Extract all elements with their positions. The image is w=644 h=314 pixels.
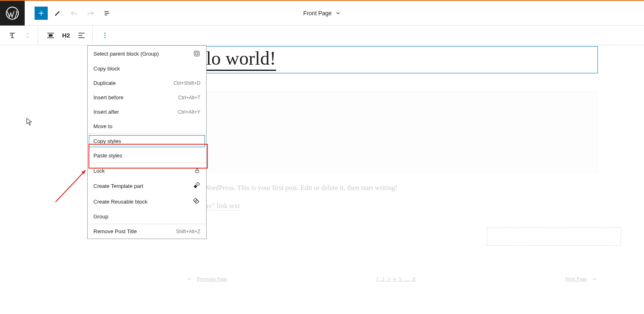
menu-lock[interactable]: Lock xyxy=(88,163,206,178)
svg-rect-5 xyxy=(194,51,199,56)
text-align-button[interactable] xyxy=(74,28,89,43)
text-align-icon xyxy=(77,31,86,40)
page-title-label: Front Page xyxy=(303,10,332,16)
featured-image-placeholder[interactable] xyxy=(186,91,598,172)
menu-insert-before[interactable]: Insert before Ctrl+Alt+T xyxy=(88,90,206,105)
menu-remove[interactable]: Remove Post Title Shift+Alt+Z xyxy=(88,224,206,239)
svg-rect-6 xyxy=(195,52,198,55)
menu-duplicate-shortcut: Ctrl+Shift+D xyxy=(174,80,200,86)
menu-create-template-part[interactable]: Create Template part xyxy=(88,178,206,194)
svg-rect-1 xyxy=(49,34,52,37)
menu-insert-before-label: Insert before xyxy=(93,94,123,101)
menu-copy-block[interactable]: Copy block xyxy=(88,61,206,76)
menu-select-parent-label: Select parent block (Group) xyxy=(93,51,159,57)
redo-icon xyxy=(86,9,95,17)
group-icon xyxy=(193,50,200,57)
menu-create-reusable[interactable]: Create Reusable block xyxy=(88,194,206,209)
menu-lock-label: Lock xyxy=(93,168,105,174)
redo-button[interactable] xyxy=(84,7,97,20)
menu-insert-after-label: Insert after xyxy=(93,109,119,115)
page-numbers[interactable]: 1 2 3 4 5 … 8 xyxy=(376,276,416,282)
menu-move-to-label: Move to xyxy=(93,123,112,129)
svg-rect-10 xyxy=(195,199,199,204)
pencil-icon xyxy=(53,9,62,17)
menu-copy-block-label: Copy block xyxy=(93,66,120,72)
more-options-button[interactable] xyxy=(98,28,112,43)
menu-move-to[interactable]: Move to xyxy=(88,119,206,134)
svg-rect-7 xyxy=(195,170,199,173)
menu-remove-label: Remove Post Title xyxy=(93,228,137,234)
previous-page-label: Previous Page xyxy=(197,276,228,282)
content-group: me to WordPress. This is your first post… xyxy=(186,91,598,226)
tools-button[interactable] xyxy=(51,7,64,20)
pagination: Previous Page 1 2 3 4 5 … 8 Next Page xyxy=(186,276,598,282)
menu-create-template-part-label: Create Template part xyxy=(93,183,143,189)
heading-level-label: H2 xyxy=(60,32,72,39)
arrow-right-icon xyxy=(591,277,598,281)
editor-header: Front Page xyxy=(0,1,644,26)
menu-insert-after[interactable]: Insert after Ctrl+Alt+Y xyxy=(88,105,206,119)
lock-icon xyxy=(194,167,200,174)
menu-insert-after-shortcut: Ctrl+Alt+Y xyxy=(178,109,200,115)
post-excerpt[interactable]: me to WordPress. This is your first post… xyxy=(186,184,598,192)
menu-copy-styles-label: Copy styles xyxy=(93,138,121,144)
menu-duplicate[interactable]: Duplicate Ctrl+Shift+D xyxy=(88,76,206,90)
template-part-icon xyxy=(193,182,200,190)
heading-level-button[interactable]: H2 xyxy=(58,28,74,43)
menu-group[interactable]: Group xyxy=(88,209,206,224)
align-button[interactable] xyxy=(43,28,58,43)
post-title-icon xyxy=(8,31,17,40)
menu-remove-shortcut: Shift+Alt+Z xyxy=(176,229,200,234)
menu-duplicate-label: Duplicate xyxy=(93,80,116,86)
svg-rect-8 xyxy=(194,185,197,188)
template-selector[interactable]: Front Page xyxy=(303,10,341,16)
wordpress-icon xyxy=(6,7,19,20)
list-view-button[interactable] xyxy=(100,7,114,20)
svg-point-2 xyxy=(105,33,106,34)
plus-icon xyxy=(37,9,45,17)
undo-button[interactable] xyxy=(67,7,81,20)
chevron-down-icon xyxy=(335,10,341,16)
wp-logo-button[interactable] xyxy=(0,1,25,26)
post-title-block[interactable]: ello world! xyxy=(186,46,598,73)
menu-copy-styles[interactable]: Copy styles xyxy=(88,134,206,148)
menu-group-label: Group xyxy=(93,213,108,220)
block-inserter-button[interactable] xyxy=(35,7,48,20)
more-vertical-icon xyxy=(100,31,109,40)
next-page-label: Next Page xyxy=(565,276,587,282)
block-mover[interactable] xyxy=(20,28,35,43)
undo-icon xyxy=(70,9,78,17)
reusable-block-icon xyxy=(193,198,200,205)
arrow-left-icon xyxy=(186,277,193,281)
list-view-icon xyxy=(103,9,111,17)
block-toolbar: H2 xyxy=(0,26,644,45)
menu-paste-styles[interactable]: Paste styles xyxy=(88,148,206,163)
block-options-menu: Select parent block (Group) Copy block D… xyxy=(87,45,207,239)
previous-page-link[interactable]: Previous Page xyxy=(186,276,228,282)
svg-point-4 xyxy=(105,37,106,38)
block-type-button[interactable] xyxy=(5,28,20,43)
chevron-down-icon xyxy=(26,35,30,38)
next-page-link[interactable]: Next Page xyxy=(565,276,598,282)
svg-rect-9 xyxy=(196,182,200,185)
chevron-up-icon xyxy=(26,33,30,35)
featured-image-aside-placeholder[interactable] xyxy=(487,227,621,246)
menu-insert-before-shortcut: Ctrl+Alt+T xyxy=(178,95,200,101)
align-icon xyxy=(46,31,55,40)
svg-point-3 xyxy=(105,35,106,36)
header-tools xyxy=(25,7,114,20)
menu-create-reusable-label: Create Reusable block xyxy=(93,199,148,205)
menu-select-parent[interactable]: Select parent block (Group) xyxy=(88,46,206,61)
menu-paste-styles-label: Paste styles xyxy=(93,152,122,159)
